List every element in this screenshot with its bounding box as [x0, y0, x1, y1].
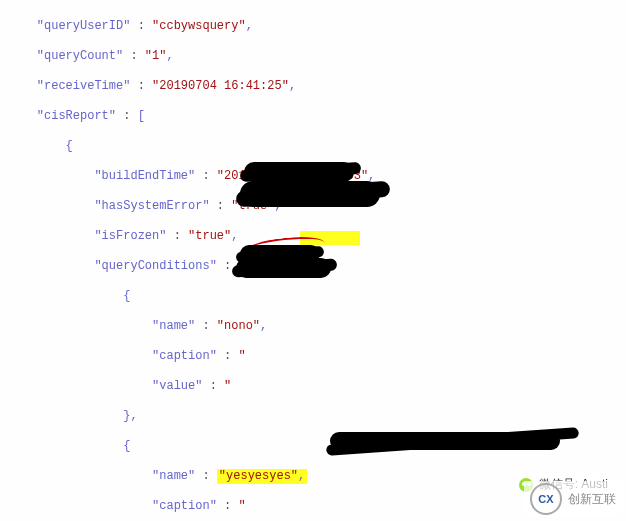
k-hasSystemError: "hasSystemError": [94, 199, 209, 213]
redaction-2: [240, 181, 380, 207]
logo-sub: 创新互联: [568, 491, 616, 508]
k-buildEndTime: "buildEndTime": [94, 169, 195, 183]
k-cisReport: "cisReport": [37, 109, 116, 123]
logo-mark: CX: [530, 483, 562, 515]
v-queryCount: "1": [145, 49, 167, 63]
v-isFrozen: "true": [188, 229, 231, 243]
qc0-name: "nono": [217, 319, 260, 333]
highlight-yesyesyes: "yesyesyes",: [217, 469, 307, 484]
brand-watermark: CX 创新互联: [524, 481, 622, 517]
v-queryUserID: "ccbywsquery": [152, 19, 246, 33]
k-isFrozen: "isFrozen": [94, 229, 166, 243]
k-receiveTime: "receiveTime": [37, 79, 131, 93]
redaction-4: [236, 258, 331, 278]
k-queryConditions: "queryConditions": [94, 259, 216, 273]
redaction-5: [330, 432, 560, 450]
k-queryCount: "queryCount": [37, 49, 123, 63]
k-queryUserID: "queryUserID": [37, 19, 131, 33]
v-receiveTime: "20190704 16:41:25": [152, 79, 289, 93]
redaction-1: [244, 162, 354, 182]
